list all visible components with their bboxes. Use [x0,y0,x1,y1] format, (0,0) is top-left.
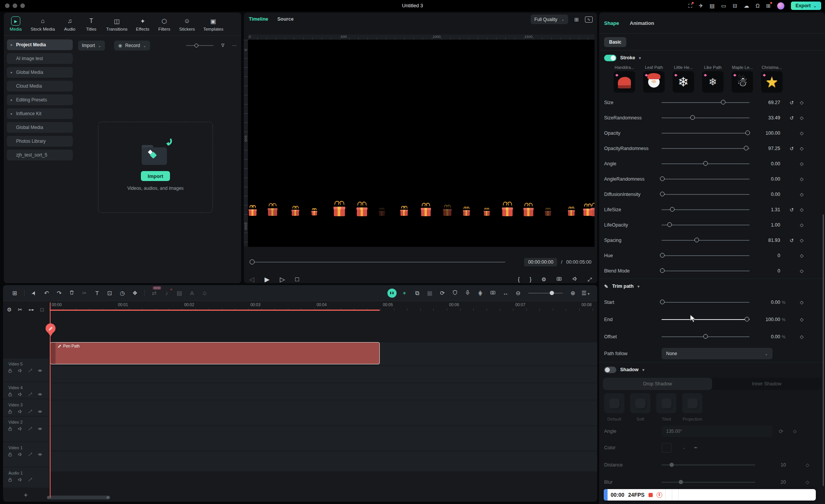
slider-value[interactable]: 97.25 [755,146,780,151]
slider-handle[interactable] [703,334,708,339]
track-manager-icon[interactable]: ☰ ▾ [579,290,592,297]
tab-animation[interactable]: Animation [630,20,654,26]
tab-filters[interactable]: ⬡Filters [158,16,171,31]
layout-grid-icon[interactable]: ⊞ [8,290,21,297]
slider-value[interactable]: 0 [755,268,780,274]
import-dropdown-button[interactable]: Import ⌄ [78,41,105,51]
audio-to-text-icon[interactable]: ▤ [173,290,186,297]
slider-value[interactable]: 0.00 [755,192,780,197]
wand-icon[interactable] [28,477,33,483]
reset-icon[interactable]: ↺ [787,146,796,152]
shadow-tab-drop-shadow[interactable]: Drop Shadow [603,378,712,390]
shadow-angle-input[interactable]: 135.00° [662,426,773,437]
record-dropdown-button[interactable]: ◉ Record ⌄ [114,41,150,51]
audio-mixer-icon[interactable]: ⋕ [474,290,487,297]
preview-tab-source[interactable]: Source [277,16,293,22]
playhead[interactable] [50,302,51,498]
keyframe-diamond-icon[interactable]: ◇ [796,268,807,274]
tab-effects[interactable]: ✦Effects [136,16,149,31]
eye-icon[interactable] [38,452,42,458]
crop-icon[interactable]: ⊡ [103,290,116,297]
reset-icon[interactable]: ↺ [787,238,796,243]
slider-track[interactable] [662,209,750,210]
wand-icon[interactable] [28,452,33,458]
slider-handle[interactable] [679,480,683,484]
prev-frame-button[interactable]: ◁ [249,276,265,284]
avatar[interactable] [777,2,784,10]
unlink-icon[interactable]: ✂ [18,307,23,313]
keyframe-diamond-icon[interactable]: ◇ [796,238,807,243]
speaker-icon[interactable] [572,276,578,283]
track-lane-video-2[interactable] [49,400,597,426]
track-option-icon[interactable]: ⊡ [40,307,44,313]
ai-paint-icon[interactable]: ☺ [198,290,211,296]
keyframe-diamond-icon[interactable]: ◇ [789,429,800,434]
slider-track[interactable] [662,319,750,320]
preset-thumbnail[interactable]: ◆❄ [673,71,694,93]
slider-track[interactable] [662,225,750,225]
preset-thumbnail[interactable]: ◆☃ [732,71,753,93]
timeline-clip[interactable]: Pen Path [50,342,380,364]
angle-dial-icon[interactable]: ⟳ [773,428,789,434]
undo-icon[interactable]: ↶ [40,290,53,297]
eye-icon[interactable] [38,392,42,398]
sidebar-item-ai-image-test[interactable]: AI image test [7,53,73,64]
preview-tab-timeline[interactable]: Timeline [249,16,268,22]
smart-edit-icon[interactable]: ⇄NEW [148,290,160,297]
slider-handle[interactable] [694,238,699,242]
slider-track[interactable] [662,240,750,241]
playhead-marker[interactable] [46,323,56,333]
screen-record-icon[interactable] [487,290,499,297]
slider-handle[interactable] [660,300,665,304]
keyframe-icon[interactable]: ❖ [129,290,141,297]
basic-chip[interactable]: Basic [604,37,626,47]
quality-dropdown[interactable]: Full Quality ⌄ [531,15,568,24]
support-headset-icon[interactable]: Ω [756,3,760,8]
lock-icon[interactable] [8,392,13,398]
keyframe-diamond-icon[interactable]: ◇ [796,192,807,197]
fullscreen-icon[interactable]: ⤢ [588,276,592,283]
layout-grid-icon[interactable]: ⊞ [574,16,579,23]
slider-value[interactable]: 0 [755,253,780,258]
stroke-preset[interactable]: Like Path◆❄ [698,65,727,93]
slider-value[interactable]: 1.00 [755,222,780,228]
zoom-slider-handle[interactable] [550,291,554,295]
delete-icon[interactable] [65,290,78,297]
speed-clock-icon[interactable]: ◷ [116,290,129,297]
slider-track[interactable] [662,336,750,337]
voiceover-mic-icon[interactable] [461,290,474,297]
slider-value[interactable]: 81.93 [755,238,780,243]
track-lane-audio-1[interactable] [49,451,597,471]
wand-icon[interactable] [28,392,33,398]
record-stop-button[interactable] [649,493,653,497]
auto-ripple-icon[interactable]: ↔ [499,290,512,296]
stroke-preset[interactable]: Maple Le...◆☃ [728,65,757,93]
scrubber-handle[interactable] [250,259,255,264]
sidebar-item-influence-kit[interactable]: ▸Influence Kit [7,108,73,119]
slider-handle[interactable] [660,176,665,181]
keyframe-diamond-icon[interactable]: ◇ [796,222,807,228]
stroke-preset[interactable]: Leaf Path◆ [639,65,668,93]
more-options-icon[interactable]: ⋯ [232,43,237,48]
keyframe-diamond-icon[interactable]: ◇ [796,115,807,121]
slider-track[interactable] [662,102,750,103]
slider-value[interactable]: 100.00 [755,130,780,136]
keyframe-diamond-icon[interactable]: ◇ [796,176,807,182]
shadow-color-swatch[interactable] [662,443,671,453]
stroke-preset[interactable]: Christma...◆★ [757,65,786,93]
playback-scrubber[interactable] [250,262,505,263]
save-icon[interactable]: ⊟ [733,3,737,8]
task-list-icon[interactable]: ▤ [710,3,715,8]
chevron-down-icon[interactable]: ▾ [637,284,639,289]
slider-handle[interactable] [660,268,665,273]
tab-transitions[interactable]: ◫Transitions [106,16,127,31]
select-tool-icon[interactable]: ➤ [28,286,39,300]
keyframe-diamond-icon[interactable]: ◇ [796,253,807,258]
sidebar-item-cloud-media[interactable]: Cloud Media [7,81,73,91]
keyframe-diamond-icon[interactable]: ◇ [796,334,807,339]
tab-stickers[interactable]: ☺Stickers [179,16,195,31]
wand-icon[interactable] [28,368,33,374]
eyedropper-icon[interactable]: ✒ [694,445,698,450]
slider-value[interactable]: 10 [761,462,786,468]
snapshot-icon[interactable] [556,276,562,283]
